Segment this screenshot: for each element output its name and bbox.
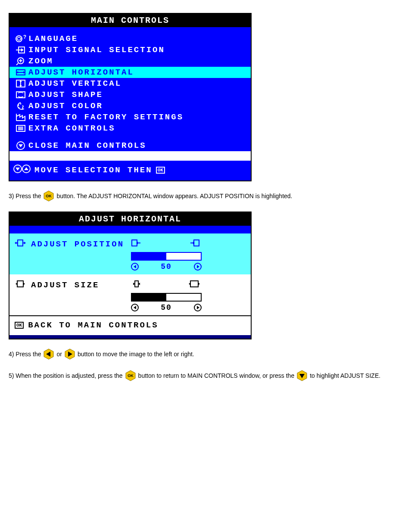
svg-marker-48 (197, 265, 199, 268)
ok-icon: OK (156, 167, 165, 174)
panel-footer: MOVE SELECTION THEN OK (9, 160, 251, 180)
menu-item-input[interactable]: INPUT SIGNAL SELECTION (9, 44, 251, 56)
decrease-icon[interactable] (131, 263, 139, 271)
spacer (9, 226, 251, 233)
text: to highlight ADJUST SIZE. (310, 372, 380, 379)
menu-item-close[interactable]: CLOSE MAIN CONTROLS (9, 140, 251, 151)
adjust-list: ADJUST POSITION50ADJUST SIZE50 (9, 233, 251, 315)
increase-icon[interactable] (194, 304, 202, 311)
adjust-item-size[interactable]: ADJUST SIZE50 (9, 274, 251, 315)
svg-marker-50 (16, 283, 17, 285)
increase-icon[interactable] (194, 263, 202, 271)
svg-point-18 (18, 105, 19, 106)
menu-item-adj-v[interactable]: ADJUST VERTICAL (9, 78, 251, 89)
v-arrows-box-icon (13, 79, 28, 88)
instruction-step-4: 4) Press the or button to move the image… (9, 348, 402, 360)
svg-rect-49 (17, 281, 23, 287)
menu-label: LANGUAGE (28, 34, 78, 44)
svg-point-20 (19, 107, 20, 109)
strip (9, 335, 251, 339)
menu-item-reset[interactable]: RESET TO FACTORY SETTINGS (9, 112, 251, 123)
panel-title: ADJUST HORIZONTAL (9, 212, 251, 226)
svg-rect-34 (18, 240, 23, 246)
svg-marker-4 (21, 48, 24, 52)
text: 5) When the position is adjusted, press … (9, 372, 123, 379)
svg-marker-51 (23, 283, 25, 285)
svg-marker-38 (24, 242, 26, 244)
menu-label: ADJUST VERTICAL (28, 79, 121, 88)
menu-label: ADJUST COLOR (28, 101, 103, 111)
globe-question-icon: ? (13, 34, 28, 44)
menu-item-zoom[interactable]: ZOOM (9, 56, 251, 67)
h-pos-left-icon (131, 239, 142, 249)
magnifier-plus-icon (13, 56, 28, 66)
menu-label: RESET TO FACTORY SETTINGS (28, 112, 184, 122)
svg-rect-52 (135, 281, 138, 287)
ok-button-icon: OK (125, 370, 137, 382)
svg-text:OK: OK (128, 373, 134, 378)
h-size-narrow-icon (131, 280, 142, 290)
menu-label: INPUT SIGNAL SELECTION (28, 45, 165, 55)
menu-label: ADJUST SHAPE (28, 90, 103, 100)
h-pos-right-icon (189, 239, 200, 249)
right-button-icon (64, 348, 76, 360)
decrease-icon[interactable] (131, 304, 139, 311)
h-size-wide-icon (189, 280, 200, 290)
text: button to move the image to the left or … (78, 351, 194, 358)
footer-label: MOVE SELECTION THEN (34, 165, 153, 175)
menu-item-language[interactable]: ?LANGUAGE (9, 33, 251, 44)
palette-icon (13, 101, 28, 111)
menu-item-extra[interactable]: EXTRA CONTROLS (9, 123, 251, 134)
left-button-icon (43, 348, 55, 360)
adjust-label: ADJUST POSITION (31, 240, 124, 249)
svg-point-19 (20, 103, 22, 105)
svg-marker-29 (16, 168, 20, 171)
instruction-step-3: 3) Press the OK button. The ADJUST HORIZ… (9, 190, 402, 202)
text: or (56, 351, 62, 358)
factory-icon (13, 112, 28, 122)
svg-marker-46 (134, 265, 136, 268)
value-bar (131, 252, 202, 261)
panel-title: MAIN CONTROLS (9, 14, 251, 27)
list-box-icon (13, 124, 28, 133)
adjust-item-position[interactable]: ADJUST POSITION50 (9, 233, 251, 274)
updown-icons (13, 164, 31, 176)
svg-text:OK: OK (46, 194, 52, 198)
svg-marker-57 (198, 283, 200, 285)
adjust-horizontal-panel: ADJUST HORIZONTAL ADJUST POSITION50ADJUS… (9, 212, 252, 339)
value-text: 50 (161, 303, 172, 312)
svg-line-8 (16, 63, 18, 65)
text: 4) Press the (9, 351, 41, 358)
menu-label: EXTRA CONTROLS (28, 124, 115, 133)
text: button to return to MAIN CONTROLS window… (138, 372, 295, 379)
close-down-icon (13, 141, 28, 150)
back-label: BACK TO MAIN CONTROLS (28, 320, 158, 330)
menu-item-adj-h[interactable]: ADJUST HORIZONTAL (9, 67, 251, 78)
h-arrows-box-icon (13, 68, 28, 77)
svg-marker-59 (134, 306, 136, 309)
svg-marker-31 (24, 167, 28, 170)
main-menu-list: ?LANGUAGEINPUT SIGNAL SELECTIONZOOMADJUS… (9, 27, 251, 151)
menu-item-adj-shape[interactable]: ADJUST SHAPE (9, 89, 251, 100)
svg-marker-61 (197, 306, 199, 309)
svg-rect-55 (190, 281, 198, 287)
ok-button-icon: OK (43, 190, 55, 202)
shape-box-icon (13, 90, 28, 100)
menu-item-adj-color[interactable]: ADJUST COLOR (9, 100, 251, 112)
h-size-icon (15, 280, 26, 290)
adjust-label: ADJUST SIZE (31, 280, 99, 290)
svg-marker-36 (15, 242, 16, 244)
main-controls-panel: MAIN CONTROLS ?LANGUAGEINPUT SIGNAL SELE… (9, 13, 252, 181)
h-pos-icon (15, 239, 26, 249)
menu-label: ADJUST HORIZONTAL (28, 68, 134, 77)
back-to-main[interactable]: OK BACK TO MAIN CONTROLS (9, 315, 251, 335)
value-bar (131, 293, 202, 302)
value-text: 50 (161, 262, 172, 271)
close-label: CLOSE MAIN CONTROLS (28, 141, 146, 150)
svg-text:?: ? (23, 34, 26, 40)
down-button-icon (296, 370, 308, 382)
text: 3) Press the (9, 193, 41, 199)
svg-marker-56 (189, 283, 190, 285)
instruction-step-5: 5) When the position is adjusted, press … (9, 370, 402, 382)
ok-icon: OK (15, 322, 24, 329)
